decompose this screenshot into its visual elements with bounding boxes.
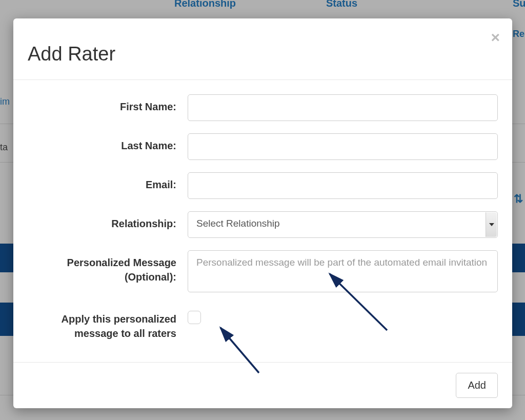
relationship-select[interactable]: Select Relationship	[188, 211, 498, 238]
modal-body: First Name: Last Name: Email: Relationsh…	[13, 80, 512, 358]
personalized-message-row: Personalized Message (Optional):	[28, 250, 498, 294]
bg-tab-relationship: Relationship	[174, 0, 236, 9]
bg-tab-status: Status	[326, 0, 357, 9]
personalized-message-input[interactable]	[188, 250, 498, 292]
close-icon: ×	[491, 29, 500, 46]
apply-all-checkbox[interactable]	[188, 311, 201, 324]
personalized-message-label: Personalized Message (Optional):	[28, 250, 188, 284]
email-row: Email:	[28, 172, 498, 199]
email-input[interactable]	[188, 172, 498, 199]
last-name-row: Last Name:	[28, 133, 498, 160]
apply-all-row: Apply this personalized message to all r…	[28, 307, 498, 341]
close-button[interactable]: ×	[491, 30, 500, 45]
first-name-row: First Name:	[28, 94, 498, 121]
last-name-label: Last Name:	[28, 133, 188, 153]
relationship-row: Relationship: Select Relationship	[28, 211, 498, 238]
bg-text-ta: ta	[0, 142, 8, 153]
bg-link-re: Re	[513, 29, 524, 39]
relationship-label: Relationship:	[28, 211, 188, 231]
add-rater-modal: Add Rater × First Name: Last Name: Email…	[13, 18, 512, 408]
apply-all-label: Apply this personalized message to all r…	[28, 307, 188, 341]
modal-footer: Add	[13, 362, 512, 408]
email-label: Email:	[28, 172, 188, 192]
last-name-input[interactable]	[188, 133, 498, 160]
first-name-label: First Name:	[28, 94, 188, 114]
bg-link-im: im	[0, 96, 10, 107]
add-button[interactable]: Add	[456, 373, 498, 398]
modal-header: Add Rater ×	[13, 18, 512, 80]
first-name-input[interactable]	[188, 94, 498, 121]
modal-title: Add Rater	[28, 43, 498, 65]
bg-tab-su: Su	[513, 0, 525, 9]
sort-icon: ⇅	[514, 192, 523, 206]
